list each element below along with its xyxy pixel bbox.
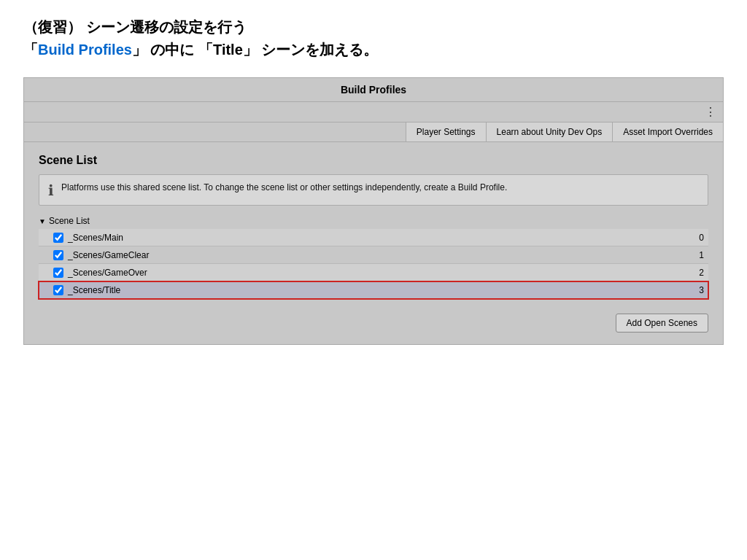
scene-index-title: 3 bbox=[694, 285, 708, 295]
info-icon: ℹ bbox=[48, 182, 54, 199]
window-toolbar: ⋮ bbox=[24, 102, 723, 122]
scene-list-header: Scene List bbox=[39, 154, 708, 167]
heading-line2: 「Build Profiles」 の中に 「Title」 シーンを加える。 bbox=[23, 40, 724, 60]
scene-checkbox-title[interactable] bbox=[53, 285, 63, 295]
scene-name-gameover: _Scenes/GameOver bbox=[68, 268, 694, 278]
table-row-title: _Scenes/Title 3 bbox=[39, 281, 708, 299]
scene-name-gameclear: _Scenes/GameClear bbox=[68, 250, 694, 260]
scene-index-gameclear: 1 bbox=[694, 250, 708, 260]
page: （復習） シーン遷移の設定を行う 「Build Profiles」 の中に 「T… bbox=[0, 0, 747, 362]
bottom-toolbar: Add Open Scenes bbox=[39, 306, 708, 332]
scene-checkbox-gameover[interactable] bbox=[53, 268, 63, 278]
table-row: _Scenes/GameClear 1 bbox=[39, 246, 708, 264]
info-text: Platforms use this shared scene list. To… bbox=[61, 181, 507, 194]
scene-list-label: ▼ Scene List bbox=[39, 216, 708, 226]
scene-checkbox-main[interactable] bbox=[53, 233, 63, 243]
scene-name-main: _Scenes/Main bbox=[68, 233, 694, 243]
scene-list-section: ▼ Scene List _Scenes/Main 0 _Scenes/Game… bbox=[39, 216, 708, 299]
triangle-icon: ▼ bbox=[39, 217, 46, 225]
heading-line2-text: 「Build Profiles」 の中に 「Title」 シーンを加える。 bbox=[23, 42, 378, 58]
scene-table: _Scenes/Main 0 _Scenes/GameClear 1 _Scen… bbox=[39, 229, 708, 299]
tab-player-settings[interactable]: Player Settings bbox=[406, 122, 486, 141]
more-options-icon[interactable]: ⋮ bbox=[705, 105, 717, 119]
table-row: _Scenes/GameOver 2 bbox=[39, 264, 708, 281]
add-open-scenes-button[interactable]: Add Open Scenes bbox=[616, 314, 708, 332]
table-row: _Scenes/Main 0 bbox=[39, 229, 708, 246]
scene-index-main: 0 bbox=[694, 233, 708, 243]
build-profiles-window: Build Profiles ⋮ Player Settings Learn a… bbox=[23, 77, 724, 345]
tab-asset-import-overrides[interactable]: Asset Import Overrides bbox=[612, 122, 723, 141]
tab-learn-unity-dev-ops[interactable]: Learn about Unity Dev Ops bbox=[486, 122, 613, 141]
info-box: ℹ Platforms use this shared scene list. … bbox=[39, 174, 708, 206]
heading-line1: （復習） シーン遷移の設定を行う bbox=[23, 18, 724, 37]
window-content: Scene List ℹ Platforms use this shared s… bbox=[24, 142, 723, 344]
scene-checkbox-gameclear[interactable] bbox=[53, 250, 63, 260]
scene-name-title: _Scenes/Title bbox=[68, 285, 694, 295]
window-tabs: Player Settings Learn about Unity Dev Op… bbox=[24, 122, 723, 142]
highlight-blue: Build Profiles bbox=[38, 42, 132, 58]
window-titlebar: Build Profiles bbox=[24, 78, 723, 102]
scene-index-gameover: 2 bbox=[694, 268, 708, 278]
